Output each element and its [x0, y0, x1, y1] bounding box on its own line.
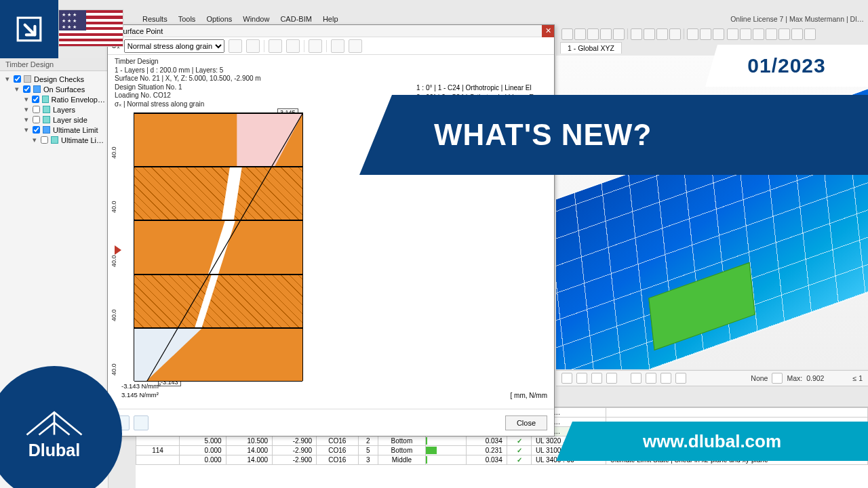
toolbar-icon[interactable]	[561, 28, 573, 40]
tree-checkbox[interactable]	[23, 85, 31, 93]
view-tab-global[interactable]: 1 - Global XYZ	[560, 42, 622, 54]
nav-prev-icon[interactable]	[229, 39, 242, 53]
status-icon[interactable]	[591, 373, 602, 384]
tree-checkbox[interactable]	[41, 136, 48, 144]
tree-label: Layer side	[53, 116, 87, 124]
node-icon	[33, 85, 41, 93]
status-icon[interactable]	[660, 373, 671, 384]
toolbar-icon[interactable]	[778, 28, 790, 40]
status-max-label: Max:	[787, 374, 802, 382]
toolbar-icon[interactable]	[791, 28, 803, 40]
export-icon[interactable]	[331, 39, 344, 53]
view-status-bar: None Max: 0.902 ≤ 1	[556, 370, 868, 386]
toolbar-icon[interactable]	[600, 28, 612, 40]
dialog-toolbar: σₓ Normal stress along grain	[108, 37, 554, 55]
maximize-icon[interactable]	[269, 39, 282, 53]
toolbar-icon[interactable]	[656, 28, 668, 40]
promo-date: 01/2023	[705, 45, 868, 87]
tree-checkbox[interactable]	[14, 75, 21, 83]
promo-headline: WHAT'S NEW?	[359, 95, 868, 175]
toolbar-icon[interactable]	[669, 28, 681, 40]
status-max-value: 0.902	[806, 374, 824, 382]
status-icon[interactable]	[561, 373, 572, 384]
tree-item[interactable]: ▾On Surfaces	[5, 84, 105, 94]
units-label: [ mm, N/mm	[511, 392, 547, 399]
tree-checkbox[interactable]	[33, 126, 40, 134]
node-icon	[42, 96, 49, 103]
current-layer-marker-icon	[115, 245, 121, 255]
navigator-title: Timber Design	[0, 58, 108, 71]
tree-item[interactable]: ▾Ultimate Limit	[5, 125, 105, 135]
status-le1: ≤ 1	[852, 374, 863, 382]
node-icon	[43, 106, 50, 113]
tree-item[interactable]: ▾Ultimate Li…	[5, 135, 105, 145]
tree-checkbox[interactable]	[33, 116, 40, 123]
result-diagram-dialog: n Surface Point ✕ σₓ Normal stress along…	[107, 24, 555, 436]
nav-next-icon[interactable]	[246, 39, 260, 53]
tree-item[interactable]: ▾Ratio Envelop…	[5, 94, 105, 104]
status-icon[interactable]	[576, 373, 587, 384]
smooth-icon[interactable]	[286, 39, 300, 53]
main-toolbar	[556, 26, 868, 42]
toolbar-icon[interactable]	[727, 28, 738, 40]
tree-checkbox[interactable]	[33, 106, 40, 113]
toolbar-icon[interactable]	[753, 28, 764, 40]
tree-label: Layers	[53, 106, 75, 114]
sort-icon[interactable]	[309, 39, 322, 53]
status-icon[interactable]	[646, 373, 656, 384]
tree-item[interactable]: ▾Layers	[5, 104, 105, 115]
toolbar-icon[interactable]	[574, 28, 586, 40]
tree-item[interactable]: ▾Layer side	[5, 115, 105, 125]
toolbar-icon[interactable]	[631, 28, 642, 40]
toolbar-icon[interactable]	[644, 28, 655, 40]
toolbar-icon[interactable]	[804, 28, 816, 40]
status-none: None	[751, 374, 768, 382]
status-icon[interactable]	[631, 373, 642, 384]
license-info: Online License 7 | Max Mustermann | Dl…	[730, 15, 864, 23]
status-icon[interactable]	[606, 373, 617, 384]
node-icon	[51, 136, 58, 144]
tree-label: On Surfaces	[43, 85, 85, 94]
toolbar-icon[interactable]	[740, 28, 751, 40]
toolbar-icon[interactable]	[587, 28, 599, 40]
node-icon	[24, 75, 31, 83]
tree-checkbox[interactable]	[32, 96, 39, 103]
legend-row: 1 : 0° | 1 - C24 | Orthotropic | Linear …	[416, 83, 534, 93]
toolbar-icon[interactable]	[613, 28, 625, 40]
min-max-block: -3.143 N/mm²3.145 N/mm²	[121, 382, 161, 399]
us-flag-icon	[58, 9, 123, 47]
node-icon	[43, 126, 50, 134]
tree-item[interactable]: ▾Design Checks	[5, 74, 105, 84]
close-icon[interactable]: ✕	[542, 25, 554, 37]
print-icon[interactable]	[349, 39, 362, 53]
promo-url: www.dlubal.com	[556, 422, 868, 461]
toolbar-icon[interactable]	[687, 28, 698, 40]
close-button[interactable]: Close	[505, 415, 547, 430]
tree-label: Design Checks	[34, 75, 84, 83]
tree-label: Ratio Envelop…	[52, 96, 106, 104]
promo-arrow-icon	[0, 0, 58, 58]
settings-icon[interactable]	[134, 415, 149, 430]
status-icon[interactable]	[675, 373, 686, 384]
node-icon	[43, 116, 50, 123]
toolbar-icon[interactable]	[766, 28, 777, 40]
chevron-down-icon[interactable]	[772, 373, 783, 384]
stress-type-select[interactable]: Normal stress along grain	[124, 39, 224, 53]
tree-label: Ultimate Li…	[61, 136, 104, 144]
toolbar-icon[interactable]	[713, 28, 724, 40]
toolbar-icon[interactable]	[700, 28, 711, 40]
tree-label: Ultimate Limit	[53, 126, 98, 134]
